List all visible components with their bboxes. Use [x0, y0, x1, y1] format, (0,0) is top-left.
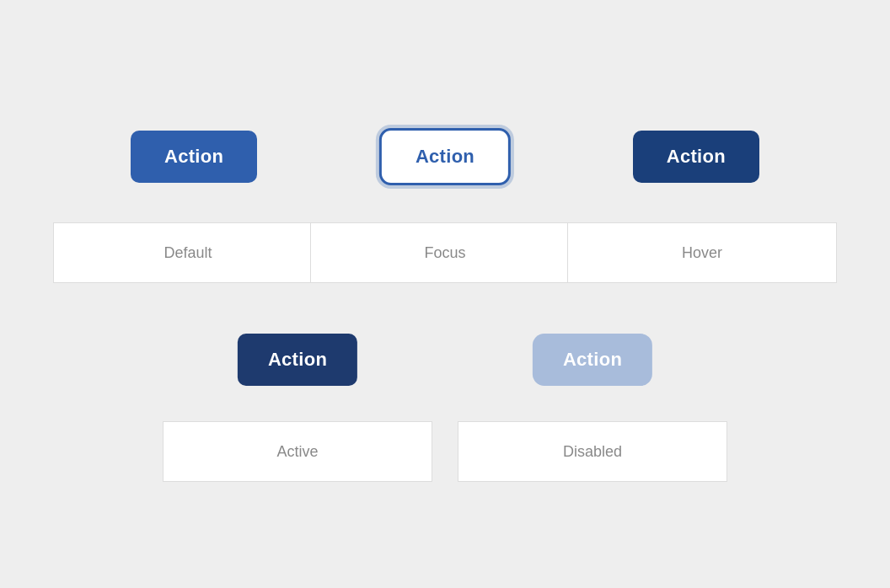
default-state-label: Default	[53, 222, 323, 283]
default-button[interactable]: Action	[131, 131, 257, 183]
main-container: Action Action Action Default Focus Hover…	[0, 0, 890, 588]
row-2-buttons: Action Action	[24, 313, 866, 406]
active-state-label: Active	[163, 421, 432, 482]
row-1-buttons: Action Action Action	[24, 106, 866, 207]
active-button[interactable]: Action	[238, 334, 357, 386]
row-1-labels: Default Focus Hover	[24, 222, 866, 283]
disabled-state-label: Disabled	[458, 421, 727, 482]
disabled-button: Action	[533, 334, 652, 386]
focus-state-label: Focus	[310, 222, 580, 283]
hover-button[interactable]: Action	[633, 131, 759, 183]
focus-button[interactable]: Action	[379, 128, 511, 185]
hover-state-label: Hover	[567, 222, 837, 283]
row-2-labels: Active Disabled	[24, 421, 866, 482]
